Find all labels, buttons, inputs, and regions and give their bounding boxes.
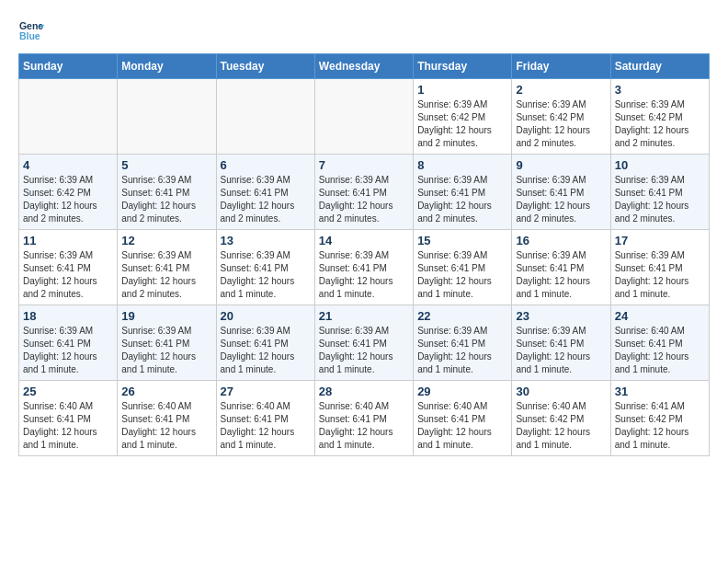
calendar-table: SundayMondayTuesdayWednesdayThursdayFrid… <box>18 53 710 456</box>
day-info: Sunrise: 6:39 AM Sunset: 6:42 PM Dayligh… <box>516 98 606 150</box>
day-info: Sunrise: 6:39 AM Sunset: 6:41 PM Dayligh… <box>319 325 409 376</box>
calendar-cell: 28Sunrise: 6:40 AM Sunset: 6:41 PM Dayli… <box>314 381 413 456</box>
calendar-cell: 4Sunrise: 6:39 AM Sunset: 6:42 PM Daylig… <box>19 155 118 230</box>
day-info: Sunrise: 6:39 AM Sunset: 6:41 PM Dayligh… <box>417 325 507 376</box>
calendar-cell <box>216 79 314 155</box>
day-info: Sunrise: 6:40 AM Sunset: 6:41 PM Dayligh… <box>221 400 311 452</box>
calendar-cell: 12Sunrise: 6:39 AM Sunset: 6:41 PM Dayli… <box>118 230 216 305</box>
day-number: 22 <box>417 309 507 323</box>
day-info: Sunrise: 6:39 AM Sunset: 6:41 PM Dayligh… <box>121 249 211 301</box>
day-info: Sunrise: 6:39 AM Sunset: 6:41 PM Dayligh… <box>23 325 113 376</box>
calendar-cell: 30Sunrise: 6:40 AM Sunset: 6:42 PM Dayli… <box>512 381 610 456</box>
day-info: Sunrise: 6:40 AM Sunset: 6:41 PM Dayligh… <box>23 400 113 452</box>
calendar-week-row: 25Sunrise: 6:40 AM Sunset: 6:41 PM Dayli… <box>19 381 710 456</box>
day-number: 9 <box>516 158 606 172</box>
day-number: 14 <box>319 234 409 247</box>
day-number: 8 <box>417 158 507 172</box>
day-info: Sunrise: 6:40 AM Sunset: 6:42 PM Dayligh… <box>516 400 606 452</box>
day-info: Sunrise: 6:39 AM Sunset: 6:42 PM Dayligh… <box>615 98 705 150</box>
day-info: Sunrise: 6:39 AM Sunset: 6:41 PM Dayligh… <box>319 174 409 225</box>
calendar-cell: 8Sunrise: 6:39 AM Sunset: 6:41 PM Daylig… <box>414 155 512 230</box>
calendar-cell: 17Sunrise: 6:39 AM Sunset: 6:41 PM Dayli… <box>610 230 709 305</box>
day-number: 11 <box>23 234 113 247</box>
weekday-header-friday: Friday <box>512 54 610 79</box>
calendar-cell <box>118 79 216 155</box>
day-number: 15 <box>417 234 507 247</box>
weekday-header-sunday: Sunday <box>19 54 118 79</box>
calendar-cell <box>19 79 118 155</box>
calendar-cell: 15Sunrise: 6:39 AM Sunset: 6:41 PM Dayli… <box>414 230 512 305</box>
day-info: Sunrise: 6:39 AM Sunset: 6:41 PM Dayligh… <box>121 174 211 225</box>
day-info: Sunrise: 6:39 AM Sunset: 6:41 PM Dayligh… <box>516 174 606 225</box>
day-number: 30 <box>516 385 606 398</box>
day-number: 13 <box>221 234 311 247</box>
day-number: 21 <box>319 309 409 323</box>
day-info: Sunrise: 6:41 AM Sunset: 6:42 PM Dayligh… <box>615 400 705 452</box>
day-info: Sunrise: 6:39 AM Sunset: 6:41 PM Dayligh… <box>221 249 311 301</box>
calendar-cell: 21Sunrise: 6:39 AM Sunset: 6:41 PM Dayli… <box>314 305 413 381</box>
day-number: 27 <box>221 385 311 398</box>
calendar-cell: 1Sunrise: 6:39 AM Sunset: 6:42 PM Daylig… <box>414 79 512 155</box>
calendar-cell: 24Sunrise: 6:40 AM Sunset: 6:41 PM Dayli… <box>610 305 709 381</box>
day-info: Sunrise: 6:40 AM Sunset: 6:41 PM Dayligh… <box>121 400 211 452</box>
day-info: Sunrise: 6:39 AM Sunset: 6:41 PM Dayligh… <box>121 325 211 376</box>
calendar-cell <box>314 79 413 155</box>
calendar-cell: 26Sunrise: 6:40 AM Sunset: 6:41 PM Dayli… <box>118 381 216 456</box>
day-number: 20 <box>221 309 311 323</box>
day-number: 25 <box>23 385 113 398</box>
calendar-cell: 29Sunrise: 6:40 AM Sunset: 6:41 PM Dayli… <box>414 381 512 456</box>
day-info: Sunrise: 6:40 AM Sunset: 6:41 PM Dayligh… <box>319 400 409 452</box>
day-number: 18 <box>23 309 113 323</box>
calendar-cell: 18Sunrise: 6:39 AM Sunset: 6:41 PM Dayli… <box>19 305 118 381</box>
calendar-cell: 25Sunrise: 6:40 AM Sunset: 6:41 PM Dayli… <box>19 381 118 456</box>
day-number: 23 <box>516 309 606 323</box>
weekday-header-row: SundayMondayTuesdayWednesdayThursdayFrid… <box>19 54 710 79</box>
calendar-cell: 14Sunrise: 6:39 AM Sunset: 6:41 PM Dayli… <box>314 230 413 305</box>
calendar-cell: 23Sunrise: 6:39 AM Sunset: 6:41 PM Dayli… <box>512 305 610 381</box>
calendar-cell: 13Sunrise: 6:39 AM Sunset: 6:41 PM Dayli… <box>216 230 314 305</box>
calendar-cell: 27Sunrise: 6:40 AM Sunset: 6:41 PM Dayli… <box>216 381 314 456</box>
day-info: Sunrise: 6:40 AM Sunset: 6:41 PM Dayligh… <box>417 400 507 452</box>
day-info: Sunrise: 6:39 AM Sunset: 6:42 PM Dayligh… <box>23 174 113 225</box>
day-number: 28 <box>319 385 409 398</box>
calendar-week-row: 4Sunrise: 6:39 AM Sunset: 6:42 PM Daylig… <box>19 155 710 230</box>
calendar-cell: 3Sunrise: 6:39 AM Sunset: 6:42 PM Daylig… <box>610 79 709 155</box>
day-info: Sunrise: 6:39 AM Sunset: 6:41 PM Dayligh… <box>319 249 409 301</box>
calendar-cell: 5Sunrise: 6:39 AM Sunset: 6:41 PM Daylig… <box>118 155 216 230</box>
calendar-cell: 9Sunrise: 6:39 AM Sunset: 6:41 PM Daylig… <box>512 155 610 230</box>
calendar-cell: 2Sunrise: 6:39 AM Sunset: 6:42 PM Daylig… <box>512 79 610 155</box>
day-number: 26 <box>121 385 211 398</box>
weekday-header-saturday: Saturday <box>610 54 709 79</box>
day-info: Sunrise: 6:39 AM Sunset: 6:41 PM Dayligh… <box>221 325 311 376</box>
calendar-cell: 19Sunrise: 6:39 AM Sunset: 6:41 PM Dayli… <box>118 305 216 381</box>
day-number: 16 <box>516 234 606 247</box>
day-info: Sunrise: 6:39 AM Sunset: 6:41 PM Dayligh… <box>417 174 507 225</box>
day-info: Sunrise: 6:39 AM Sunset: 6:42 PM Dayligh… <box>417 98 507 150</box>
weekday-header-monday: Monday <box>118 54 216 79</box>
calendar-cell: 11Sunrise: 6:39 AM Sunset: 6:41 PM Dayli… <box>19 230 118 305</box>
logo: General Blue <box>18 18 48 44</box>
day-number: 1 <box>417 83 507 97</box>
day-number: 7 <box>319 158 409 172</box>
day-number: 19 <box>121 309 211 323</box>
day-number: 10 <box>615 158 705 172</box>
day-info: Sunrise: 6:39 AM Sunset: 6:41 PM Dayligh… <box>615 249 705 301</box>
page-header: General Blue <box>18 18 710 44</box>
day-info: Sunrise: 6:39 AM Sunset: 6:41 PM Dayligh… <box>615 174 705 225</box>
day-number: 3 <box>615 83 705 97</box>
calendar-week-row: 18Sunrise: 6:39 AM Sunset: 6:41 PM Dayli… <box>19 305 710 381</box>
day-info: Sunrise: 6:39 AM Sunset: 6:41 PM Dayligh… <box>23 249 113 301</box>
day-number: 24 <box>615 309 705 323</box>
calendar-cell: 16Sunrise: 6:39 AM Sunset: 6:41 PM Dayli… <box>512 230 610 305</box>
day-number: 12 <box>121 234 211 247</box>
calendar-cell: 31Sunrise: 6:41 AM Sunset: 6:42 PM Dayli… <box>610 381 709 456</box>
day-number: 29 <box>417 385 507 398</box>
calendar-cell: 7Sunrise: 6:39 AM Sunset: 6:41 PM Daylig… <box>314 155 413 230</box>
day-info: Sunrise: 6:40 AM Sunset: 6:41 PM Dayligh… <box>615 325 705 376</box>
calendar-cell: 10Sunrise: 6:39 AM Sunset: 6:41 PM Dayli… <box>610 155 709 230</box>
day-number: 5 <box>121 158 211 172</box>
calendar-week-row: 1Sunrise: 6:39 AM Sunset: 6:42 PM Daylig… <box>19 79 710 155</box>
day-number: 17 <box>615 234 705 247</box>
day-info: Sunrise: 6:39 AM Sunset: 6:41 PM Dayligh… <box>516 325 606 376</box>
logo-icon: General Blue <box>18 18 44 44</box>
